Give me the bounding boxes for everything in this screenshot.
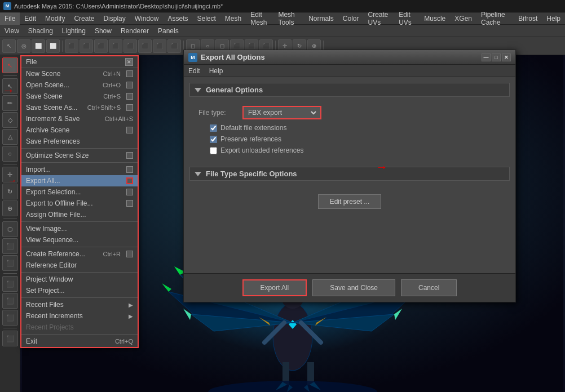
- dialog-restore-btn[interactable]: □: [492, 54, 501, 61]
- left-tool-select-arrow[interactable]: ↖: [2, 57, 18, 73]
- menu-window[interactable]: Window: [130, 12, 164, 25]
- left-tool-5[interactable]: △: [2, 129, 18, 145]
- menu-panels[interactable]: Panels: [153, 25, 183, 37]
- dialog-menu-edit[interactable]: Edit: [184, 65, 205, 77]
- left-tool-3[interactable]: ✏: [2, 95, 18, 111]
- menu-archive-scene[interactable]: Archive Scene: [21, 124, 138, 136]
- save-and-close-button[interactable]: Save and Close: [312, 279, 395, 296]
- tool-lasso[interactable]: ◎: [17, 39, 30, 53]
- menu-save-scene[interactable]: Save Scene Ctrl+S: [21, 91, 138, 102]
- menu-edit-mesh[interactable]: Edit Mesh: [246, 12, 273, 25]
- menu-export-all[interactable]: Export All... →: [21, 175, 138, 186]
- tool-5[interactable]: ⬛: [80, 39, 93, 53]
- menu-save-preferences[interactable]: Save Preferences: [21, 136, 138, 147]
- file-menu-close[interactable]: ✕: [125, 58, 133, 66]
- general-options-header[interactable]: General Options: [189, 83, 510, 97]
- tool-11[interactable]: ⬛: [167, 39, 181, 53]
- file-type-specific-header[interactable]: File Type Specific Options: [189, 167, 510, 181]
- left-tool-fluid[interactable]: ⬛: [2, 310, 18, 326]
- export-unloaded-checkbox[interactable]: [210, 147, 217, 154]
- menu-show[interactable]: Show: [90, 25, 116, 37]
- menu-muscle[interactable]: Muscle: [420, 12, 450, 25]
- menu-file[interactable]: File: [0, 12, 20, 25]
- menu-mesh-tools[interactable]: Mesh Tools: [273, 12, 304, 25]
- menu-create-uvs[interactable]: Create UVs: [364, 12, 395, 25]
- menu-edit-uvs[interactable]: Edit UVs: [394, 12, 420, 25]
- save-scene-checkbox[interactable]: [126, 93, 133, 100]
- tool-10[interactable]: ⬛: [153, 39, 166, 53]
- file-type-select[interactable]: FBX export OBJ export Maya ASCII Maya Bi…: [246, 108, 318, 117]
- menu-assign-offline[interactable]: Assign Offline File...: [21, 209, 138, 220]
- menu-renderer[interactable]: Renderer: [116, 25, 153, 37]
- new-scene-checkbox[interactable]: [126, 70, 133, 77]
- save-scene-as-checkbox[interactable]: [126, 104, 133, 111]
- export-offline-checkbox[interactable]: [126, 200, 133, 207]
- menu-shading[interactable]: Shading: [24, 25, 58, 37]
- menu-view[interactable]: View: [0, 25, 24, 37]
- create-reference-checkbox[interactable]: [126, 251, 133, 257]
- tool-3[interactable]: ⬜: [46, 39, 60, 53]
- menu-edit[interactable]: Edit: [20, 12, 41, 25]
- menu-create-reference[interactable]: Create Reference... Ctrl+R: [21, 248, 138, 260]
- menu-reference-editor[interactable]: Reference Editor: [21, 260, 138, 271]
- open-scene-checkbox[interactable]: [126, 82, 133, 88]
- menu-view-image[interactable]: View Image...: [21, 223, 138, 234]
- left-tool-4[interactable]: ◇: [2, 112, 18, 128]
- menu-increment-save[interactable]: Increment & Save Ctrl+Alt+S: [21, 113, 138, 124]
- menu-recent-files[interactable]: Recent Files ▶: [21, 299, 138, 310]
- left-tool-move[interactable]: ✛: [2, 167, 18, 182]
- left-tool-hair[interactable]: ⬛: [2, 293, 18, 309]
- menu-project-window[interactable]: Project Window: [21, 274, 138, 285]
- file-type-dropdown[interactable]: FBX export OBJ export Maya ASCII Maya Bi…: [242, 106, 321, 119]
- menu-exit[interactable]: Exit Ctrl+Q: [21, 336, 138, 347]
- menu-lighting[interactable]: Lighting: [58, 25, 90, 37]
- optimize-scene-checkbox[interactable]: [126, 152, 133, 159]
- menu-display[interactable]: Display: [99, 12, 130, 25]
- menu-optimize-scene[interactable]: Optimize Scene Size: [21, 150, 138, 161]
- tool-4[interactable]: ⬛: [65, 39, 78, 53]
- menu-view-sequence[interactable]: View Sequence...: [21, 234, 138, 246]
- menu-help[interactable]: Help: [542, 12, 565, 25]
- menu-pipeline-cache[interactable]: Pipeline Cache: [476, 12, 514, 25]
- menu-assets[interactable]: Assets: [163, 12, 192, 25]
- tool-select[interactable]: ↖: [2, 39, 16, 53]
- export-all-button[interactable]: Export All: [242, 279, 307, 296]
- left-tool-scale[interactable]: ⊕: [2, 201, 18, 216]
- menu-normals[interactable]: Normals: [304, 12, 338, 25]
- menu-mesh[interactable]: Mesh: [220, 12, 246, 25]
- menu-recent-increments[interactable]: Recent Increments ▶: [21, 310, 138, 322]
- tool-9[interactable]: ⬛: [138, 39, 152, 53]
- dialog-menu-help[interactable]: Help: [205, 65, 228, 77]
- export-all-checkbox[interactable]: [126, 177, 133, 184]
- cancel-button[interactable]: Cancel: [401, 279, 457, 296]
- left-tool-sculpt[interactable]: ⬛: [2, 255, 18, 271]
- left-tool-paint[interactable]: ⬛: [2, 238, 18, 254]
- dialog-close-btn[interactable]: ✕: [502, 54, 511, 61]
- menu-create[interactable]: Create: [69, 12, 99, 25]
- menu-xgen[interactable]: XGen: [450, 12, 476, 25]
- menu-save-scene-as[interactable]: Save Scene As... Ctrl+Shift+S: [21, 102, 138, 113]
- menu-set-project[interactable]: Set Project...: [21, 285, 138, 296]
- import-checkbox[interactable]: [126, 166, 133, 173]
- menu-select[interactable]: Select: [192, 12, 220, 25]
- tool-paint[interactable]: ⬜: [32, 39, 45, 53]
- menu-export-offline[interactable]: Export to Offline File...: [21, 198, 138, 209]
- tool-8[interactable]: ⬛: [123, 39, 137, 53]
- menu-new-scene[interactable]: New Scene Ctrl+N: [21, 68, 138, 79]
- dialog-minimize-btn[interactable]: —: [482, 54, 491, 61]
- edit-preset-button[interactable]: Edit preset ...: [318, 194, 382, 209]
- tool-6[interactable]: ⬛: [94, 39, 108, 53]
- left-tool-render[interactable]: ⬛: [2, 331, 18, 346]
- left-tool-cloth[interactable]: ⬛: [2, 276, 18, 292]
- left-tool-2[interactable]: ↖: [2, 78, 18, 94]
- menu-modify[interactable]: Modify: [41, 12, 69, 25]
- left-tool-rotate[interactable]: ↻: [2, 184, 18, 199]
- menu-open-scene[interactable]: Open Scene... Ctrl+O: [21, 79, 138, 91]
- left-tool-soft[interactable]: ⬡: [2, 221, 18, 237]
- left-tool-6[interactable]: ○: [2, 146, 18, 162]
- tool-7[interactable]: ⬛: [109, 39, 122, 53]
- export-selection-checkbox[interactable]: [126, 189, 133, 195]
- menu-export-selection[interactable]: Export Selection...: [21, 186, 138, 198]
- menu-import[interactable]: Import...: [21, 164, 138, 175]
- archive-scene-checkbox[interactable]: [126, 127, 133, 133]
